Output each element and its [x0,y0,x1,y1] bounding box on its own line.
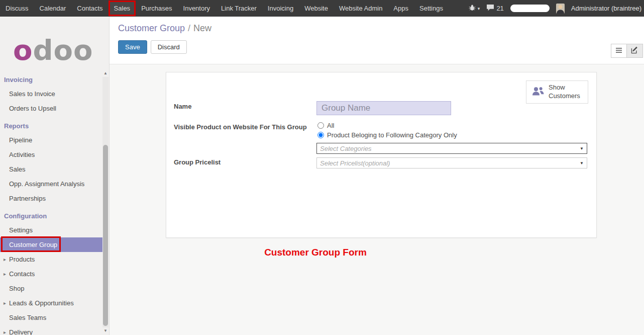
topnav-item-inventory[interactable]: Inventory [178,0,216,17]
debug-menu[interactable]: ▾ [469,4,480,13]
sidebar-item-sales-report[interactable]: Sales [0,162,109,177]
sidebar-item-activities[interactable]: Activities [0,147,109,162]
annotation-caption: Customer Group Form [110,247,521,258]
customers-group-icon [531,86,545,98]
sidebar-item-leads-opportunities[interactable]: ▸ Leads & Opportunities [0,296,109,310]
topnav-item-sales-label: Sales [114,5,131,12]
scroll-down-arrow-icon[interactable]: ▼ [102,328,109,334]
systray: ▾ 21 Administrator (braintree) [469,0,644,17]
messages-count: 21 [496,5,503,12]
user-avatar[interactable] [556,4,565,14]
sidebar-section-invoicing: Invoicing [0,69,109,87]
select-caret-icon: ▼ [580,161,584,165]
sidebar-section-configuration: Configuration [0,206,109,223]
sidebar-menu: Invoicing Sales to Invoice Orders to Ups… [0,69,109,335]
topnav-item-calendar[interactable]: Calendar [34,0,72,17]
logo-rest: doo [33,34,93,66]
main-layout: odoo Invoicing Sales to Invoice Orders t… [0,17,644,335]
radio-category-input[interactable] [317,132,324,138]
sidebar-item-customer-group[interactable]: Customer Group [0,237,102,252]
odoo-logo[interactable]: odoo [0,17,109,69]
sidebar-item-delivery[interactable]: ▸ Delivery [0,325,109,335]
show-customers-label: Show Customers [549,83,583,101]
topnav-item-settings[interactable]: Settings [414,0,449,17]
logo-accent-letter: o [13,34,33,66]
top-navigation-bar: Discuss Calendar Contacts Sales Purchase… [0,0,644,17]
topnav-item-sales[interactable]: Sales [109,1,136,16]
expand-caret-icon: ▸ [4,271,6,277]
topnav-item-apps[interactable]: Apps [388,0,414,17]
sidebar-item-contacts-label: Contacts [9,270,35,278]
sidebar-item-sales-to-invoice[interactable]: Sales to Invoice [0,87,109,101]
radio-all-label: All [327,122,334,129]
show-customers-button[interactable]: Show Customers [526,80,588,104]
topnav-item-discuss[interactable]: Discuss [0,0,34,17]
sidebar-item-orders-to-upsell[interactable]: Orders to Upsell [0,101,109,116]
expand-caret-icon: ▸ [4,257,6,262]
sidebar-section-reports: Reports [0,116,109,133]
expand-caret-icon: ▸ [4,300,6,306]
discard-button[interactable]: Discard [151,40,187,54]
sidebar: odoo Invoicing Sales to Invoice Orders t… [0,17,110,335]
scrollbar-thumb[interactable] [103,145,108,326]
messages-indicator[interactable]: 21 [486,4,503,13]
breadcrumb-parent-link[interactable]: Customer Group [118,23,185,33]
view-switcher [611,44,643,58]
visibility-field-label: Visible Product on Website For This Grou… [174,123,307,131]
topnav-item-purchases[interactable]: Purchases [136,0,177,17]
topnav-item-link-tracker[interactable]: Link Tracker [216,0,262,17]
form-content-area: Show Customers Name Visible Product on W… [110,64,644,335]
sidebar-item-products[interactable]: ▸ Products [0,252,109,267]
list-view-button[interactable] [611,44,627,58]
sidebar-item-opp-assignment-analysis[interactable]: Opp. Assignment Analysis [0,177,109,191]
breadcrumb: Customer Group/New [118,23,644,34]
breadcrumb-current: New [193,23,211,33]
radio-category-label: Product Beloging to Following Category O… [327,131,457,139]
pricelist-select-placeholder: Select Pricelist(optional) [320,159,390,167]
form-view-button[interactable] [627,44,643,58]
systray-pill-widget[interactable] [510,5,550,12]
chevron-down-icon: ▾ [478,6,480,11]
radio-option-category-only[interactable]: Product Beloging to Following Category O… [317,131,457,139]
pricelist-field-label: Group Pricelist [174,158,221,166]
expand-caret-icon: ▸ [4,329,6,335]
pricelist-select[interactable]: Select Pricelist(optional) ▼ [316,157,587,169]
sidebar-item-leads-opportunities-label: Leads & Opportunities [9,299,74,307]
select-caret-icon: ▼ [580,146,584,151]
scroll-up-arrow-icon[interactable]: ▲ [102,70,109,76]
sidebar-item-shop[interactable]: Shop [0,281,109,296]
control-panel: Customer Group/New Save Discard [110,17,644,64]
sidebar-item-settings[interactable]: Settings [0,223,109,237]
sidebar-item-pipeline[interactable]: Pipeline [0,133,109,147]
topnav-item-website[interactable]: Website [299,0,334,17]
radio-all-input[interactable] [317,122,324,129]
odoo-app-window: Discuss Calendar Contacts Sales Purchase… [0,0,644,335]
chat-bubble-icon [486,4,494,13]
bug-icon [469,4,476,13]
breadcrumb-separator: / [188,23,190,33]
sidebar-item-delivery-label: Delivery [9,328,33,335]
sidebar-item-customer-group-label: Customer Group [9,241,57,248]
topnav-menu: Discuss Calendar Contacts Sales Purchase… [0,0,449,17]
control-panel-buttons: Save Discard [118,40,644,54]
sidebar-scrollbar: ▲ ▼ [102,70,109,334]
customer-group-form-card: Show Customers Name Visible Product on W… [166,72,597,238]
user-menu[interactable]: Administrator (braintree) [571,5,641,12]
list-icon [615,46,622,55]
name-field-label: Name [174,103,191,110]
visibility-radio-group: All Product Beloging to Following Catego… [317,122,457,141]
edit-pencil-icon [631,46,638,56]
categories-select[interactable]: Select Categories ▼ [316,143,587,154]
radio-option-all[interactable]: All [317,122,457,129]
topnav-item-invoicing[interactable]: Invoicing [262,0,299,17]
group-name-input[interactable] [316,101,451,115]
sidebar-item-partnerships[interactable]: Partnerships [0,191,109,206]
topnav-item-website-admin[interactable]: Website Admin [334,0,388,17]
sidebar-item-contacts[interactable]: ▸ Contacts [0,267,109,281]
topnav-item-contacts[interactable]: Contacts [71,0,108,17]
sidebar-item-sales-teams[interactable]: Sales Teams [0,310,109,325]
categories-select-placeholder: Select Categories [320,145,372,152]
main-panel: Customer Group/New Save Discard [110,17,644,335]
save-button[interactable]: Save [118,40,147,54]
sidebar-item-products-label: Products [9,256,35,263]
